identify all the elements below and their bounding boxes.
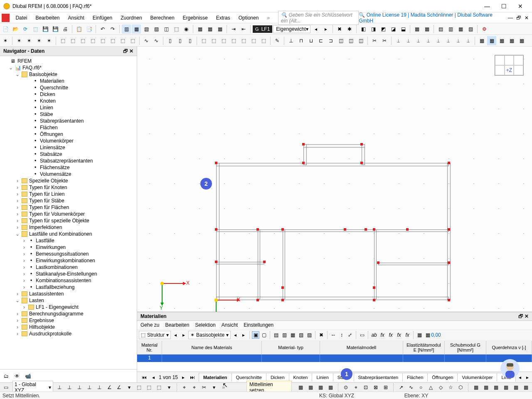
tab-next[interactable]: ▸ xyxy=(180,374,187,381)
nav-foot-icon1[interactable]: 🗂 xyxy=(2,372,10,380)
t2-38[interactable]: ⟂ xyxy=(404,36,413,45)
sb-c1[interactable]: ⌖ xyxy=(181,384,188,391)
sb-b8[interactable]: ▾ xyxy=(126,384,133,391)
maximize-button[interactable]: ☐ xyxy=(495,0,512,12)
tree-basis[interactable]: ⌄Basisobjekte xyxy=(2,71,135,78)
tree-item[interactable]: •Stäbe xyxy=(2,111,135,118)
t2-39[interactable]: ⟂ xyxy=(414,36,423,45)
sb-g5[interactable]: ▦ xyxy=(512,384,520,391)
panel-tab[interactable]: Stabrepräsentanten xyxy=(354,373,403,382)
panel-tab[interactable]: Linien xyxy=(312,373,333,382)
tree-item[interactable]: ›•Lastfälle xyxy=(2,237,135,244)
sb-f6[interactable]: ☆ xyxy=(447,384,455,391)
res5-button[interactable]: ⬓ xyxy=(399,25,408,34)
t2-13[interactable]: ⬚ xyxy=(128,36,137,45)
report-button[interactable]: 📋 xyxy=(74,25,84,34)
tree-item[interactable]: ›Ergebnisse xyxy=(2,317,135,324)
panel-tool-j[interactable]: ⤢ xyxy=(346,331,354,339)
nav-foot-icon2[interactable]: 👁 xyxy=(13,372,21,380)
panel-tool-e[interactable]: ▦ xyxy=(289,331,296,339)
t2-3[interactable]: ✶ xyxy=(25,36,34,45)
tree-item[interactable]: •Volumensätze xyxy=(2,171,135,177)
sb-g3[interactable]: ▦ xyxy=(492,384,500,391)
panel-tab[interactable]: Flächen xyxy=(402,373,428,382)
t2-47[interactable]: ▦ xyxy=(497,36,506,45)
save-button[interactable]: 💾 xyxy=(41,25,50,34)
t2-45[interactable]: ▦ xyxy=(477,36,486,45)
t2-26[interactable]: ✎ xyxy=(273,36,282,45)
panel-tool-n[interactable]: 0,00 xyxy=(432,331,440,339)
sb-d2[interactable]: ▦ xyxy=(307,384,314,391)
menu-datei[interactable]: Datei xyxy=(11,13,31,22)
t2-37[interactable]: ⟂ xyxy=(394,36,403,45)
sb-c3[interactable]: ✂ xyxy=(200,384,208,391)
tree-item[interactable]: •Querschnitte xyxy=(2,84,135,91)
t2-7[interactable]: ⬚ xyxy=(68,36,77,45)
tree-file[interactable]: ⌄📊FAQ.rf6* xyxy=(2,64,135,71)
panel-fx5[interactable]: fx xyxy=(404,331,411,339)
t2-48[interactable]: ▦ xyxy=(507,36,516,45)
sb-icon1[interactable]: ▭ xyxy=(2,384,10,391)
tree-item[interactable]: ›Berechnungsdiagramme xyxy=(2,310,135,317)
t2-10[interactable]: ⬚ xyxy=(98,36,107,45)
sb-b4[interactable]: ⊥ xyxy=(86,384,93,391)
sb-d3[interactable]: ▦ xyxy=(317,384,324,391)
tree-item[interactable]: •Flächen xyxy=(2,124,135,131)
t2-18[interactable]: ▯ xyxy=(185,36,195,45)
mod1-button[interactable]: ▦ xyxy=(412,25,421,34)
tree-item[interactable]: •Linien xyxy=(2,104,135,111)
tab-first[interactable]: ⏮ xyxy=(140,374,148,381)
tree-item[interactable]: ›Hilfsobjekte xyxy=(2,324,135,330)
res3-button[interactable]: ◩ xyxy=(379,25,388,34)
tree-item[interactable]: ›Spezielle Objekte xyxy=(2,177,135,184)
t2-15[interactable]: ∿ xyxy=(152,36,161,45)
saveas-button[interactable]: 💾 xyxy=(51,25,60,34)
sb-c4[interactable]: ▾ xyxy=(210,384,218,391)
mod4-button[interactable]: ▥ xyxy=(446,25,455,34)
t2-32[interactable]: ◫ xyxy=(336,36,345,45)
sb-f3[interactable]: ○ xyxy=(417,384,425,391)
t2-2[interactable]: ✶ xyxy=(15,36,24,45)
panel-dock-icon[interactable]: 🗗 xyxy=(518,313,523,319)
t2-5[interactable]: ✶ xyxy=(44,36,54,45)
aux-close-icon[interactable]: ✕ xyxy=(523,15,530,21)
view-cube[interactable]: +Z xyxy=(495,55,524,76)
tab-prev[interactable]: ◂ xyxy=(150,374,157,381)
panel-menu-einstellungen[interactable]: Einstellungen xyxy=(244,322,273,328)
panel-menu-gehezu[interactable]: Gehe zu xyxy=(140,322,159,328)
t2-43[interactable]: ⟂ xyxy=(453,36,463,45)
navigator-tree[interactable]: 🖥RFEM ⌄📊FAQ.rf6* ⌄Basisobjekte •Material… xyxy=(0,56,137,369)
res1-button[interactable]: ◧ xyxy=(359,25,368,34)
tree-item[interactable]: ›Typen für Volumenkörper xyxy=(2,211,135,217)
mod6-button[interactable]: ▧ xyxy=(466,25,475,34)
sb-b3[interactable]: ⊥ xyxy=(76,384,83,391)
t2-40[interactable]: ⟂ xyxy=(424,36,433,45)
tree-item[interactable]: •Öffnungen xyxy=(2,131,135,138)
sb-g6[interactable]: ▦ xyxy=(522,384,530,391)
panel-tab[interactable]: Volumenkörper xyxy=(457,373,497,382)
tree-item[interactable]: ›•Einwirkungskombinationen xyxy=(2,257,135,264)
menu-extras[interactable]: Extras xyxy=(212,13,234,22)
view1-button[interactable]: ▥ xyxy=(122,25,131,34)
mod3-button[interactable]: ▤ xyxy=(436,25,445,34)
mod5-button[interactable]: ▦ xyxy=(456,25,465,34)
menu-einfuegen[interactable]: Einfügen xyxy=(89,13,116,22)
loadcase-combo[interactable]: Eigengewicht▾ xyxy=(273,25,310,33)
panel-tool-d[interactable]: ▥ xyxy=(281,331,288,339)
sb-e1[interactable]: ⊙ xyxy=(342,384,350,391)
t2-25[interactable]: ⬚ xyxy=(259,36,268,45)
tree-item[interactable]: ›•Lastfallbeziehung xyxy=(2,284,135,291)
sb-b1[interactable]: ⊥ xyxy=(56,384,63,391)
sb-b6[interactable]: ∠ xyxy=(106,384,113,391)
menu-more-icon[interactable]: » xyxy=(267,15,270,21)
t2-31[interactable]: ⊐ xyxy=(326,36,335,45)
t2-36[interactable]: ✂ xyxy=(380,36,389,45)
sb-b2[interactable]: ⊥ xyxy=(66,384,73,391)
t2-19[interactable]: ⬚ xyxy=(199,36,208,45)
t2-14[interactable]: ∿ xyxy=(142,36,151,45)
panel-next1[interactable]: ▸ xyxy=(180,331,187,339)
panel-tool-b[interactable]: ▢ xyxy=(260,331,268,339)
keyword-search[interactable]: 🔍 Geben Sie ein Schlüsselwort ein (Alt..… xyxy=(278,11,359,25)
t2-8[interactable]: ⬚ xyxy=(78,36,87,45)
sb-f2[interactable]: ∿ xyxy=(407,384,415,391)
